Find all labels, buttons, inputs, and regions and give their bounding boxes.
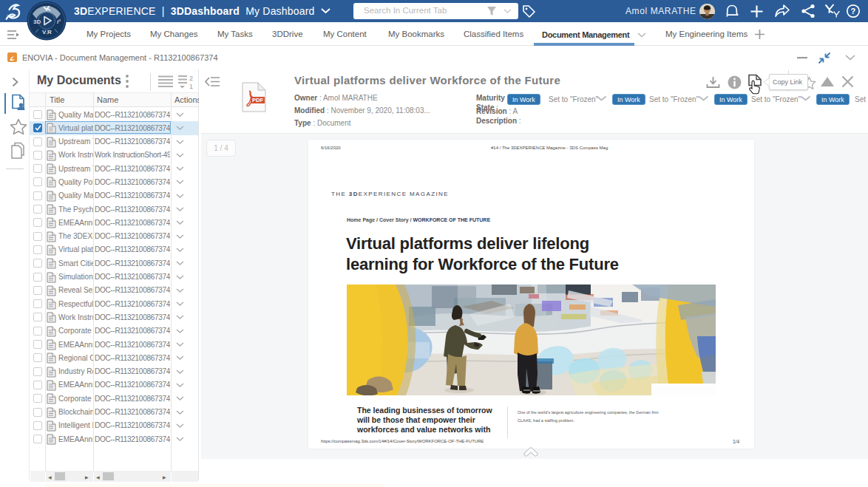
svg-text:V,R: V,R <box>42 29 52 35</box>
svg-text:3D: 3D <box>33 18 41 25</box>
svg-text:PDF: PDF <box>252 97 263 103</box>
svg-text:?: ? <box>851 7 856 16</box>
svg-text:1: 1 <box>189 83 193 89</box>
svg-text:2: 2 <box>189 75 193 82</box>
svg-text:i²: i² <box>57 18 61 25</box>
